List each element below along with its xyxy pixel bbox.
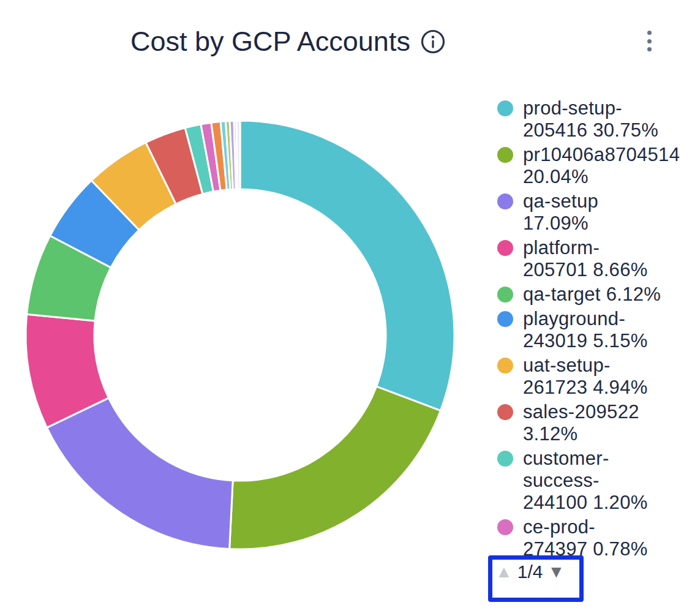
legend-item[interactable]: uat-setup- 261723 4.94% (489, 355, 692, 399)
donut-chart[interactable] (7, 102, 473, 568)
legend-item-label: qa-setup 17.09% (523, 190, 598, 235)
legend-item-label: customer- success- 244100 1.20% (523, 448, 648, 514)
legend-item-label: qa-target 6.12% (523, 284, 661, 306)
legend-item-label: prod-setup- 205416 30.75% (523, 97, 658, 141)
chart-legend: prod-setup- 205416 30.75%pr10406a8704514… (489, 97, 692, 557)
legend-swatch-icon (497, 147, 513, 163)
legend-item[interactable]: playground- 243019 5.15% (489, 308, 692, 352)
legend-item[interactable]: prod-setup- 205416 30.75% (489, 97, 692, 141)
legend-swatch-icon (497, 451, 513, 467)
legend-item[interactable]: pr10406a8704514 20.04% (489, 144, 692, 188)
legend-swatch-icon (497, 404, 513, 420)
donut-segment[interactable] (240, 121, 454, 411)
page-title: Cost by GCP Accounts (130, 26, 410, 58)
page-indicator: 1/4 (517, 561, 543, 583)
legend-item[interactable]: platform- 205701 8.66% (489, 237, 692, 281)
legend-item-label: uat-setup- 261723 4.94% (523, 355, 648, 399)
widget-header: Cost by GCP Accounts (130, 26, 446, 58)
legend-swatch-icon (497, 240, 513, 256)
legend-item-label: sales-209522 3.12% (523, 401, 639, 445)
legend-item-label: ce-prod- 274397 0.78% (523, 516, 648, 557)
legend-item-label: pr10406a8704514 20.04% (523, 144, 680, 188)
legend-swatch-icon (497, 311, 513, 327)
legend-swatch-icon (497, 519, 513, 535)
legend-item-label: platform- 205701 8.66% (523, 237, 648, 281)
legend-pagination[interactable]: ▲ 1/4 ▼ (488, 555, 584, 602)
donut-segment[interactable] (47, 398, 233, 549)
legend-item-label: playground- 243019 5.15% (523, 308, 648, 352)
donut-segment[interactable] (230, 386, 441, 549)
donut-segment[interactable] (236, 121, 240, 189)
cost-widget: Cost by GCP Accounts prod-setup- 205416 … (0, 0, 692, 616)
kebab-menu-icon[interactable] (642, 31, 656, 51)
page-down-icon[interactable]: ▼ (547, 561, 565, 583)
legend-swatch-icon (497, 287, 513, 302)
legend-swatch-icon (497, 100, 513, 116)
legend-item[interactable]: qa-setup 17.09% (489, 190, 692, 235)
legend-item[interactable]: ce-prod- 274397 0.78% (489, 516, 692, 557)
legend-item[interactable]: qa-target 6.12% (489, 284, 692, 306)
legend-item[interactable]: sales-209522 3.12% (489, 401, 692, 445)
legend-swatch-icon (497, 193, 513, 209)
legend-swatch-icon (497, 358, 513, 374)
info-icon[interactable] (420, 29, 446, 54)
page-up-icon[interactable]: ▲ (495, 561, 513, 583)
legend-item[interactable]: customer- success- 244100 1.20% (489, 448, 692, 514)
